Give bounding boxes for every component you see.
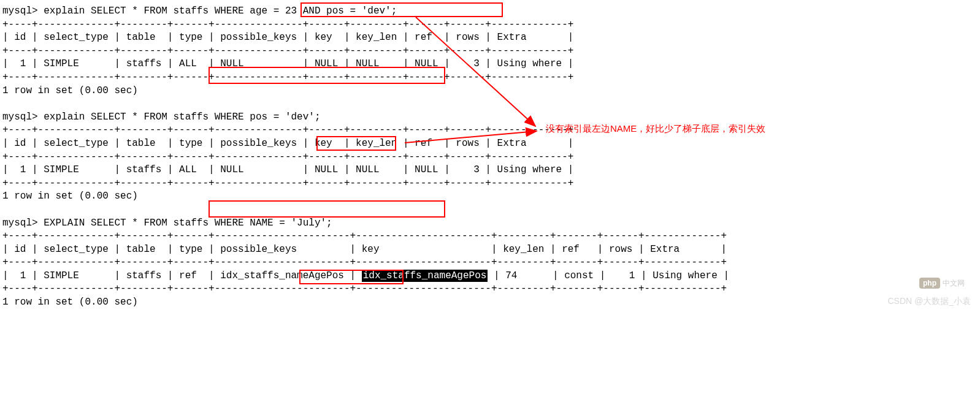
annotation-text: 没有索引最左边NAME，好比少了梯子底层，索引失效 bbox=[546, 123, 765, 135]
table-border: +----+-------------+--------+------+----… bbox=[2, 18, 978, 32]
table-header: | id | select_type | table | type | poss… bbox=[2, 243, 978, 257]
table-border: +----+-------------+--------+------+----… bbox=[2, 256, 978, 270]
highlighted-key: idx_staffs_nameAgePos bbox=[362, 270, 488, 282]
watermark-csdn: CSDN @大数据_小袁 bbox=[887, 295, 971, 307]
table-row: | 1 | SIMPLE | staffs | ref | idx_staffs… bbox=[2, 270, 978, 283]
prompt: mysql> bbox=[2, 6, 44, 17]
cmd-line-3: mysql> EXPLAIN SELECT * FROM staffs WHER… bbox=[2, 217, 978, 230]
cmd-line-1: mysql> explain SELECT * FROM staffs WHER… bbox=[2, 5, 978, 18]
table-border: +----+-------------+--------+------+----… bbox=[2, 177, 978, 191]
result-footer: 1 row in set (0.00 sec) bbox=[2, 296, 978, 309]
blank-line bbox=[2, 203, 978, 217]
table-border: +----+-------------+--------+------+----… bbox=[2, 124, 978, 137]
table-row: | 1 | SIMPLE | staffs | ALL | NULL | NUL… bbox=[2, 58, 978, 71]
table-border: +----+-------------+--------+------+----… bbox=[2, 45, 978, 58]
table-header: | id | select_type | table | type | poss… bbox=[2, 137, 978, 151]
result-footer: 1 row in set (0.00 sec) bbox=[2, 85, 978, 98]
table-header: | id | select_type | table | type | poss… bbox=[2, 31, 978, 45]
table-border: +----+-------------+--------+------+----… bbox=[2, 230, 978, 243]
table-border: +----+-------------+--------+------+----… bbox=[2, 71, 978, 85]
table-border: +----+-------------+--------+------+----… bbox=[2, 283, 978, 296]
table-border: +----+-------------+--------+------+----… bbox=[2, 151, 978, 164]
blank-line bbox=[2, 97, 978, 111]
prompt: mysql> bbox=[2, 218, 44, 229]
cmd-line-2: mysql> explain SELECT * FROM staffs WHER… bbox=[2, 111, 978, 124]
table-row: | 1 | SIMPLE | staffs | ALL | NULL | NUL… bbox=[2, 164, 978, 177]
prompt: mysql> bbox=[2, 112, 44, 123]
watermark-php: php中文网 bbox=[919, 278, 965, 288]
result-footer: 1 row in set (0.00 sec) bbox=[2, 190, 978, 203]
